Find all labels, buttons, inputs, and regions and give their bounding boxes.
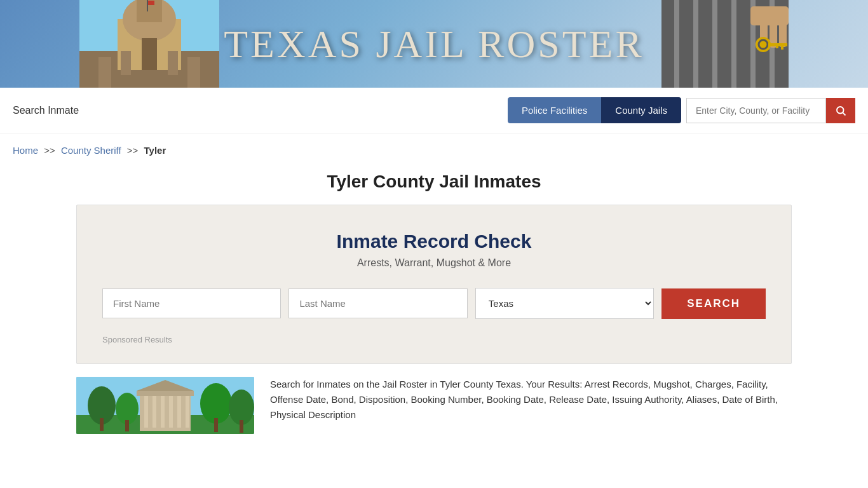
state-select[interactable]: AlabamaAlaskaArizonaArkansasCaliforniaCo… <box>475 288 654 319</box>
record-search-button[interactable]: SEARCH <box>661 288 766 319</box>
svg-rect-42 <box>169 396 173 428</box>
svg-point-29 <box>837 107 844 114</box>
breadcrumb-sep2: >> <box>127 145 139 156</box>
header-banner: Texas Jail Roster <box>0 0 868 88</box>
svg-rect-7 <box>168 51 178 75</box>
search-icon <box>835 105 846 116</box>
svg-rect-43 <box>177 396 181 428</box>
sponsored-results-label: Sponsored Results <box>102 335 766 344</box>
breadcrumb-sep1: >> <box>44 145 55 156</box>
record-check-subtitle: Arrests, Warrant, Mugshot & More <box>102 257 766 269</box>
last-name-input[interactable] <box>288 288 467 318</box>
svg-rect-6 <box>121 51 131 75</box>
svg-rect-38 <box>137 391 194 396</box>
keys-image <box>661 0 789 88</box>
svg-rect-10 <box>147 0 148 11</box>
svg-rect-8 <box>98 57 111 88</box>
svg-point-46 <box>200 383 232 424</box>
county-jails-button[interactable]: County Jails <box>601 97 681 123</box>
breadcrumb-county-sheriff[interactable]: County Sheriff <box>61 145 121 156</box>
record-check-box: Inmate Record Check Arrests, Warrant, Mu… <box>76 205 792 364</box>
svg-rect-14 <box>674 0 679 88</box>
svg-rect-49 <box>240 420 243 433</box>
nav-bar: Search Inmate Police Facilities County J… <box>0 88 868 133</box>
site-title: Texas Jail Roster <box>224 22 644 67</box>
svg-rect-34 <box>100 418 104 431</box>
breadcrumb-home[interactable]: Home <box>13 145 38 156</box>
svg-rect-40 <box>153 396 156 428</box>
svg-rect-17 <box>731 0 736 88</box>
first-name-input[interactable] <box>102 288 281 318</box>
svg-rect-36 <box>125 420 129 431</box>
courthouse-image <box>76 377 254 434</box>
svg-rect-27 <box>781 43 783 50</box>
breadcrumb: Home >> County Sheriff >> Tyler <box>0 133 868 162</box>
record-check-title: Inmate Record Check <box>102 231 766 252</box>
svg-rect-15 <box>693 0 698 88</box>
bottom-section: Search for Inmates on the Jail Roster in… <box>0 377 868 434</box>
nav-right: Police Facilities County Jails <box>508 97 855 123</box>
police-facilities-button[interactable]: Police Facilities <box>508 97 601 123</box>
svg-rect-44 <box>186 396 189 428</box>
svg-rect-39 <box>144 396 148 428</box>
svg-rect-5 <box>142 38 157 70</box>
svg-rect-9 <box>187 57 200 88</box>
svg-rect-11 <box>148 1 154 5</box>
svg-line-30 <box>843 112 845 115</box>
svg-rect-41 <box>161 396 165 428</box>
capitol-image <box>79 0 219 88</box>
record-check-form: AlabamaAlaskaArizonaArkansasCaliforniaCo… <box>102 288 766 319</box>
page-title: Tyler County Jail Inmates <box>0 172 868 192</box>
search-inmate-label: Search Inmate <box>13 105 79 116</box>
facility-search-input[interactable] <box>686 98 826 123</box>
svg-rect-28 <box>776 43 778 48</box>
svg-rect-47 <box>214 418 218 432</box>
svg-rect-16 <box>712 0 717 88</box>
svg-point-48 <box>229 390 254 425</box>
facility-search-button[interactable] <box>826 98 855 123</box>
breadcrumb-current: Tyler <box>144 145 166 156</box>
svg-point-35 <box>116 393 139 424</box>
bottom-description: Search for Inmates on the Jail Roster in… <box>270 377 792 434</box>
svg-rect-23 <box>779 20 787 47</box>
